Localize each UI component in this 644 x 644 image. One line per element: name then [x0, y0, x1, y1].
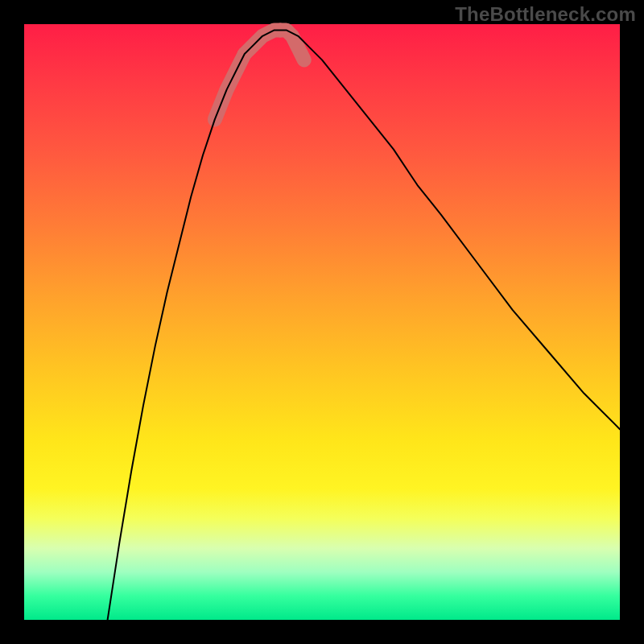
curve-svg — [24, 24, 620, 620]
highlight-right — [280, 30, 304, 60]
bottleneck-curve — [108, 30, 620, 620]
plot-area — [24, 24, 620, 620]
watermark-text: TheBottleneck.com — [455, 3, 636, 26]
chart-frame: TheBottleneck.com — [0, 0, 644, 644]
